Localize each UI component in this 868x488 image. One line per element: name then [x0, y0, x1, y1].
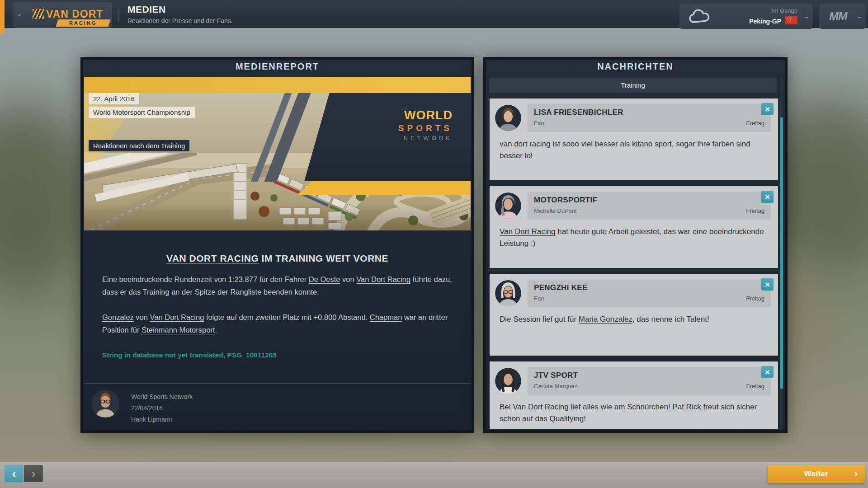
back-icon: ‹: [12, 467, 16, 480]
message-header: MOTORSPORTIF Michelle DuPont Freitag: [528, 192, 771, 220]
messages-panel: NACHRICHTEN Training LISA FRIESENBICHLER…: [483, 57, 788, 433]
close-icon: ×: [765, 105, 770, 113]
speed-lines-icon: [33, 9, 44, 19]
entity-link[interactable]: Steinmann Motorsport: [142, 326, 215, 334]
wsn-logo-line1: WORLD: [398, 109, 453, 122]
message-day: Freitag: [746, 295, 764, 302]
untranslated-string-note: String in database not yet translated, P…: [102, 349, 453, 361]
sender-name: PENGZHI KEE: [534, 283, 588, 292]
entity-link[interactable]: Van Dort Racing: [150, 313, 204, 321]
panel-title: MEDIENREPORT: [80, 61, 474, 72]
entity-link[interactable]: Gonzalez: [102, 313, 134, 321]
byline: World Sports Network 22/04/2016 Hank Lip…: [131, 391, 193, 425]
byline-author: Hank Lipmann: [131, 414, 193, 425]
entity-link[interactable]: Van Dort Racing: [356, 275, 410, 283]
forward-button[interactable]: ›: [24, 465, 43, 482]
entity-link[interactable]: kitano sport: [632, 140, 672, 148]
entity-link[interactable]: van dort racing: [500, 140, 550, 148]
session-race: Peking-GP: [749, 18, 781, 25]
message-card: PENGZHI KEE Fan Freitag × Die Session li…: [490, 274, 778, 356]
panel-title: NACHRICHTEN: [483, 61, 788, 72]
game-menu-dropdown[interactable]: MM ›: [819, 4, 866, 29]
entity-link[interactable]: VAN DORT RACING: [166, 253, 259, 263]
entity-link[interactable]: Van Dort Racing: [500, 227, 555, 236]
mm-logo: MM: [829, 10, 847, 23]
article-tagline-label: Reaktionen nach dem Training: [89, 140, 189, 151]
media-report-image: WORLD SPORTS NETWORK 22. April 2016 Worl…: [84, 77, 471, 230]
team-sub-banner: RACING: [56, 19, 110, 27]
message-card: MOTORSPORTIF Michelle DuPont Freitag × V…: [490, 186, 778, 268]
back-button[interactable]: ‹: [5, 465, 24, 482]
message-day: Freitag: [746, 207, 764, 214]
wsn-logo: WORLD SPORTS NETWORK: [398, 109, 453, 141]
forward-icon: ›: [32, 467, 36, 480]
message-card: JTV SPORT Carlota Marquez Freitag × Bei …: [490, 361, 778, 429]
chevron-down-icon: ›: [856, 16, 864, 19]
media-report-panel: MEDIENREPORT: [80, 57, 474, 433]
wsn-logo-line3: NETWORK: [398, 135, 453, 141]
weiter-button[interactable]: Weiter ›: [768, 465, 865, 483]
entity-link[interactable]: Maria Gonzalez: [579, 315, 632, 324]
weiter-label: Weiter: [804, 469, 828, 478]
message-card: LISA FRIESENBICHLER Fan Freitag × van do…: [490, 99, 778, 180]
message-header: JTV SPORT Carlota Marquez Freitag: [528, 367, 771, 395]
journalist-avatar: [91, 389, 119, 418]
close-button[interactable]: ×: [761, 278, 774, 291]
entity-link[interactable]: Van Dort Racing: [513, 403, 568, 411]
sender-role: Carlota Marquez: [534, 383, 577, 389]
photo-vignette: [84, 203, 471, 230]
sender-avatar: [495, 280, 521, 306]
scrollbar-track: [780, 78, 783, 429]
wsn-logo-line2: SPORTS: [398, 124, 453, 132]
message-list: LISA FRIESENBICHLER Fan Freitag × van do…: [490, 99, 778, 429]
session-status: Im Gange: [749, 7, 797, 15]
section-header-training: Training: [489, 78, 777, 93]
photo-yellow-understripe: [297, 181, 471, 195]
entity-link[interactable]: Chapman: [370, 313, 402, 321]
message-day: Freitag: [746, 383, 764, 389]
chevron-down-icon: ›: [803, 16, 811, 19]
message-text: Bei Van Dort Racing lief alles wie am Sc…: [500, 401, 766, 425]
message-text: Van Dort Racing hat heute gute Arbeit ge…: [500, 226, 766, 249]
close-button[interactable]: ×: [761, 366, 774, 378]
message-header: LISA FRIESENBICHLER Fan Freitag: [528, 104, 771, 132]
team-name: VAN DORT: [46, 8, 103, 20]
entity-link[interactable]: De Oeste: [309, 275, 340, 283]
page-title: MEDIEN: [127, 4, 166, 15]
message-header: PENGZHI KEE Fan Freitag: [528, 279, 771, 307]
scrollbar-thumb[interactable]: [780, 117, 783, 389]
team-sub-label: RACING: [69, 20, 97, 26]
weather-cloud-icon: [688, 9, 711, 26]
sender-avatar: [495, 105, 521, 131]
article-date-label: 22. April 2016: [89, 93, 139, 104]
sender-name: MOTORSPORTIF: [534, 196, 597, 205]
network-logo-block: WORLD SPORTS NETWORK: [304, 93, 471, 181]
session-text: Im Gange Peking-GP: [749, 7, 797, 26]
flag-china-icon: [785, 16, 797, 26]
chevron-right-icon: ›: [854, 468, 858, 480]
championship-label: World Motorsport Championship: [89, 107, 195, 118]
close-icon: ×: [765, 368, 770, 376]
divider: [118, 6, 119, 22]
team-logo-button[interactable]: › VAN DORT RACING: [14, 2, 112, 28]
article-paragraph: Gonzalez von Van Dort Racing folgte auf …: [102, 311, 453, 336]
close-icon: ×: [765, 192, 770, 201]
byline-source: World Sports Network: [131, 391, 193, 403]
headline-rest: IM TRAINING WEIT VORNE: [259, 253, 388, 263]
sender-role: Michelle DuPont: [534, 207, 577, 214]
message-text: van dort racing ist sooo viel besser als…: [500, 138, 766, 162]
article-headline: VAN DORT RACING IM TRAINING WEIT VORNE: [80, 253, 474, 264]
session-status-dropdown[interactable]: Im Gange Peking-GP ›: [679, 4, 813, 29]
message-text: Die Session lief gut für Maria Gonzalez,…: [500, 314, 766, 325]
close-icon: ×: [765, 280, 770, 289]
close-button[interactable]: ×: [761, 191, 774, 203]
byline-date: 22/04/2016: [131, 403, 193, 414]
sender-avatar: [495, 192, 521, 219]
photo-yellow-band: [84, 77, 471, 93]
sender-avatar: [495, 368, 521, 394]
bottom-bar: ‹ › Weiter ›: [0, 462, 868, 488]
article-paragraph: Eine beeindruckende Rundenzeit von 1:23.…: [102, 273, 453, 298]
top-bar: › VAN DORT RACING MEDIEN Reaktionen der …: [0, 0, 868, 28]
sender-name: LISA FRIESENBICHLER: [534, 108, 623, 117]
close-button[interactable]: ×: [761, 103, 774, 115]
